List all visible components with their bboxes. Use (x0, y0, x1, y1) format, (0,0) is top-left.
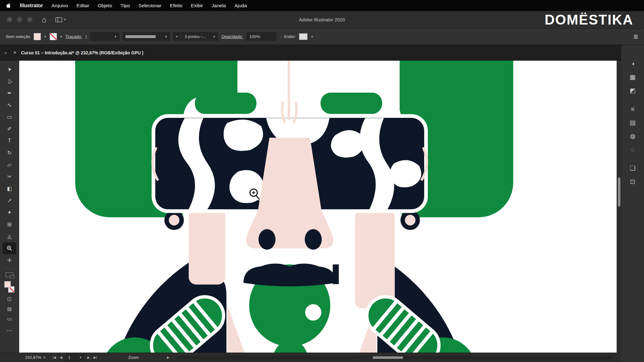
zoom-window-button[interactable]: + (27, 17, 32, 22)
fill-stroke-indicator[interactable] (3, 281, 15, 293)
menu-bar: Illustrator Arquivo Editar Objeto Tipo S… (0, 0, 644, 11)
stroke-color-swatch[interactable] (50, 33, 57, 40)
uniform-profile-preview (125, 35, 156, 38)
menu-exibir[interactable]: Exibir (191, 3, 203, 8)
first-artboard-button[interactable]: |◀ (53, 356, 56, 359)
edit-toolbar-icon[interactable]: ⋯ (7, 327, 12, 334)
rectangle-tool[interactable]: ▭ (3, 111, 16, 123)
eraser-tool[interactable]: ▱ (3, 159, 16, 171)
chevron-down-icon: ▾ (114, 35, 116, 39)
horizontal-scrollbar[interactable] (176, 356, 612, 359)
blob-brush-tool[interactable]: ✦ (3, 206, 16, 218)
chevron-down-icon: ▾ (86, 37, 87, 39)
horizontal-scrollbar-thumb[interactable] (373, 356, 403, 359)
color-panel-icon[interactable]: ◑ (631, 59, 635, 68)
toolbar-divider (4, 268, 15, 269)
chevron-down-icon[interactable]: ▾ (44, 35, 46, 39)
minimize-window-button[interactable]: − (17, 17, 22, 22)
menu-tipo[interactable]: Tipo (121, 3, 130, 8)
scissors-tool[interactable]: ✂ (3, 171, 16, 183)
status-display-expand-icon[interactable]: ▶ (167, 356, 169, 359)
panel-menu-icon[interactable]: ≣ (633, 33, 638, 40)
style-swatch[interactable] (299, 33, 308, 40)
domestika-logo: DOMËSTIKA (545, 12, 633, 28)
type-tool[interactable]: T (3, 135, 16, 147)
stroke-panel-icon[interactable]: ≡ (631, 105, 635, 113)
previous-artboard-button[interactable]: ◀ (60, 356, 62, 359)
title-bar: × − + ⌂ ▾ Adobe Illustrator 2020 DOMËSTI… (0, 11, 644, 29)
menu-ajuda[interactable]: Ajuda (234, 3, 247, 8)
vertical-scrollbar-thumb[interactable] (618, 178, 620, 207)
apple-icon[interactable] (6, 3, 11, 8)
opacity-input[interactable]: 100% (247, 32, 276, 41)
status-display-label: Zoom (128, 355, 139, 360)
chevron-down-icon: ▾ (80, 355, 81, 359)
status-bar: 232,67% ▾ |◀ ◀ 1 ▾ ▶ ▶| Zoom ▶ (0, 353, 621, 362)
layers-panel-icon[interactable]: ❏ (630, 164, 636, 172)
menu-efeito[interactable]: Efeito (170, 3, 182, 8)
artboard-number-dropdown[interactable]: 1 ▾ (66, 354, 84, 361)
shape-builder-tool[interactable]: ◬ (3, 230, 16, 242)
stroke-label[interactable]: Traçado: (65, 34, 82, 39)
paintbrush-tool[interactable]: ✐ (3, 123, 16, 135)
gradient-panel-icon[interactable]: ◩ (630, 86, 636, 95)
menu-app-illustrator[interactable]: Illustrator (20, 3, 43, 8)
status-display[interactable]: Zoom ▶ (128, 355, 169, 360)
artboard-tool[interactable]: ⊞ (3, 218, 16, 230)
color-mode-icon[interactable]: ◫ (7, 294, 12, 304)
chevron-down-icon[interactable]: ▾ (311, 35, 313, 39)
toolbar-overflow-icon[interactable]: » (4, 50, 7, 55)
eyedropper-tool[interactable]: ⊸ (3, 195, 16, 206)
menu-selecionar[interactable]: Selecionar (138, 3, 161, 8)
artboards-panel-icon[interactable]: ⊡ (630, 178, 636, 186)
menu-arquivo[interactable]: Arquivo (52, 3, 68, 8)
curvature-tool[interactable]: ∿ (3, 99, 16, 111)
screen-mode-icon[interactable]: ▭ (7, 314, 12, 324)
workspace-layout-switcher[interactable]: ▾ (55, 17, 66, 22)
gradient-tool[interactable]: ◧ (3, 183, 16, 195)
menu-editar[interactable]: Editar (76, 3, 89, 8)
tools-panel: ➤ ▷ ✒ ∿ ▭ ✐ T ↻ ▱ ✂ ◧ ⊸ ✦ ⊞ ◬ (0, 61, 19, 353)
swatches-panel-icon[interactable]: ▦ (630, 73, 636, 81)
brush-definition-dropdown[interactable]: • 3 pontos –... ▾ (173, 32, 218, 41)
chevron-down-icon: ▾ (43, 355, 45, 359)
artboard-navigation: |◀ ◀ 1 ▾ ▶ ▶| (53, 354, 97, 361)
menu-objeto[interactable]: Objeto (98, 3, 112, 8)
pen-tool[interactable]: ✒ (3, 87, 16, 99)
last-artboard-button[interactable]: ▶| (94, 356, 97, 359)
stroke-width-dropdown[interactable]: ▾ (90, 32, 119, 41)
chevron-right-icon[interactable]: › (280, 35, 281, 39)
home-icon[interactable]: ⌂ (42, 15, 47, 24)
selection-tool[interactable]: ➤ (3, 63, 16, 75)
width-profile-dropdown[interactable]: ▾ (123, 32, 170, 41)
zoom-level-dropdown[interactable]: 232,67% ▾ (25, 355, 45, 360)
graphic-styles-panel-icon[interactable]: ◌ (631, 145, 635, 154)
fill-color-indicator[interactable] (4, 281, 11, 288)
appearance-panel-icon[interactable]: ▤ (630, 118, 636, 127)
gradient-mode-icon[interactable]: ▤ (7, 304, 12, 314)
chevron-down-icon: ▾ (165, 35, 167, 39)
fill-color-swatch[interactable] (34, 33, 41, 40)
magnifier-icon (6, 245, 13, 251)
menu-janela[interactable]: Janela (212, 3, 226, 8)
opacity-value: 100% (249, 34, 260, 39)
artwork-illustration (19, 61, 617, 353)
opacity-label[interactable]: Opacidade: (221, 34, 243, 39)
selection-status: Sem seleção (6, 34, 30, 39)
chevron-down-icon[interactable]: ▾ (60, 35, 62, 39)
next-artboard-button[interactable]: ▶ (87, 356, 90, 359)
hand-tool[interactable]: ✛ (3, 254, 16, 266)
zoom-tool[interactable] (3, 242, 16, 254)
stroke-width-stepper[interactable]: ▴ ▾ (86, 35, 87, 39)
document-tab-title[interactable]: Curso 01 – Introdução.ai* @ 232,67% (RGB… (21, 50, 143, 55)
draw-mode-icon[interactable] (6, 272, 13, 277)
close-document-icon[interactable]: ✕ (13, 50, 17, 55)
vertical-scrollbar[interactable] (617, 61, 621, 353)
direct-selection-tool[interactable]: ▷ (3, 75, 16, 87)
transparency-panel-icon[interactable]: ◍ (630, 132, 635, 140)
work-row: ➤ ▷ ✒ ∿ ▭ ✐ T ↻ ▱ ✂ ◧ ⊸ ✦ ⊞ ◬ (0, 61, 621, 353)
style-label: Estilo: (284, 34, 296, 39)
close-window-button[interactable]: × (7, 17, 12, 22)
canvas[interactable] (19, 61, 617, 353)
rotate-tool[interactable]: ↻ (3, 147, 16, 159)
